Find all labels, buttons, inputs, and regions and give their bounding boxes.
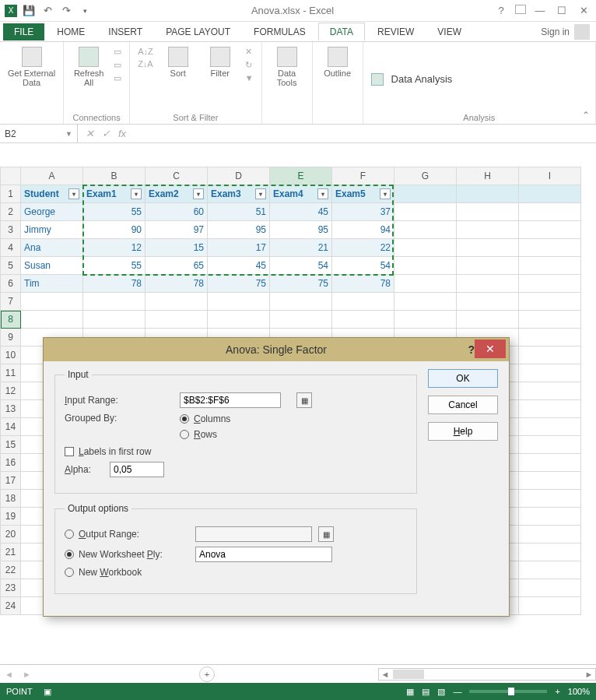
cell[interactable]: 54 — [270, 257, 332, 275]
row-header-2[interactable]: 2 — [1, 203, 21, 221]
cell[interactable] — [519, 543, 581, 561]
normal-view-icon[interactable]: ▦ — [406, 687, 414, 697]
cancel-formula-icon[interactable]: ✕ — [86, 128, 94, 139]
cell[interactable]: 94 — [332, 221, 394, 239]
cell[interactable] — [145, 293, 208, 311]
tab-file[interactable]: FILE — [3, 23, 44, 40]
cell[interactable] — [519, 293, 581, 311]
sign-in[interactable]: Sign in — [541, 24, 596, 40]
cell[interactable]: 15 — [145, 239, 208, 257]
cell[interactable] — [457, 203, 519, 221]
table-header-cell[interactable]: Exam5▾ — [332, 185, 394, 203]
row-header-5[interactable]: 5 — [1, 257, 21, 275]
cell[interactable]: 17 — [208, 239, 270, 257]
cell[interactable]: 54 — [332, 257, 394, 275]
cell[interactable]: 78 — [145, 275, 208, 293]
cell[interactable] — [519, 579, 581, 597]
ok-button[interactable]: OK — [428, 369, 498, 388]
row-header-21[interactable]: 21 — [1, 543, 21, 561]
cell[interactable]: 75 — [270, 275, 332, 293]
col-header-B[interactable]: B — [83, 167, 145, 185]
cell[interactable]: 97 — [145, 221, 208, 239]
cell[interactable] — [83, 311, 145, 329]
cell[interactable] — [519, 221, 581, 239]
cell[interactable]: 21 — [270, 239, 332, 257]
cell[interactable] — [519, 418, 581, 436]
cell[interactable] — [519, 257, 581, 275]
sort-asc-icon[interactable]: A↓Z — [138, 47, 153, 56]
cell[interactable]: Ana — [21, 239, 83, 257]
fx-icon[interactable]: fx — [118, 128, 126, 139]
row-header-7[interactable]: 7 — [1, 293, 21, 311]
cell[interactable] — [270, 293, 332, 311]
cell[interactable] — [519, 329, 581, 346]
row-header-9[interactable]: 9 — [1, 329, 21, 346]
row-header-14[interactable]: 14 — [1, 418, 21, 436]
col-header-F[interactable]: F — [332, 167, 394, 185]
input-range-field[interactable] — [180, 392, 281, 408]
redo-icon[interactable]: ↷ — [59, 4, 73, 18]
cell[interactable] — [519, 275, 581, 293]
tab-view[interactable]: VIEW — [426, 23, 472, 40]
dialog-close-button[interactable]: ✕ — [475, 339, 506, 358]
row-header-20[interactable]: 20 — [1, 526, 21, 543]
name-box-dropdown-icon[interactable]: ▼ — [65, 130, 72, 138]
undo-icon[interactable]: ↶ — [40, 4, 54, 18]
cell[interactable]: 65 — [145, 257, 208, 275]
tab-insert[interactable]: INSERT — [97, 23, 153, 40]
cell[interactable]: 55 — [83, 257, 145, 275]
cell[interactable] — [394, 257, 457, 275]
tab-home[interactable]: HOME — [46, 23, 96, 40]
properties-icon[interactable]: ▭ — [114, 60, 121, 70]
cell[interactable] — [332, 311, 394, 329]
cell[interactable] — [457, 311, 519, 329]
help-button[interactable]: Help — [428, 422, 498, 441]
filter-button[interactable]: Filter — [203, 47, 237, 78]
cell[interactable] — [208, 293, 270, 311]
tab-page-layout[interactable]: PAGE LAYOUT — [155, 23, 241, 40]
new-worksheet-field[interactable] — [195, 547, 332, 562]
cell[interactable]: Susan — [21, 257, 83, 275]
col-header-H[interactable]: H — [457, 167, 519, 185]
sheet-nav-next-icon[interactable]: ► — [18, 670, 36, 679]
cell[interactable] — [519, 364, 581, 382]
cell[interactable] — [270, 311, 332, 329]
zoom-slider[interactable] — [469, 690, 547, 693]
cell[interactable] — [519, 526, 581, 543]
sheet-nav-prev-icon[interactable]: ◄ — [0, 670, 18, 679]
cell[interactable]: 60 — [145, 203, 208, 221]
scroll-right-icon[interactable]: ► — [583, 670, 595, 679]
cell[interactable]: 12 — [83, 239, 145, 257]
cell[interactable] — [394, 293, 457, 311]
get-external-data-button[interactable]: Get External Data — [8, 47, 55, 87]
cell[interactable]: 45 — [270, 203, 332, 221]
cell[interactable] — [519, 346, 581, 364]
rows-radio[interactable]: Rows — [180, 429, 217, 440]
cell[interactable] — [457, 257, 519, 275]
row-header-18[interactable]: 18 — [1, 490, 21, 508]
row-header-24[interactable]: 24 — [1, 597, 21, 615]
cell[interactable] — [519, 436, 581, 454]
clear-filter-icon[interactable]: ✕ — [245, 47, 254, 57]
page-layout-view-icon[interactable]: ▤ — [422, 687, 429, 697]
alpha-field[interactable] — [110, 462, 164, 477]
dialog-help-icon[interactable]: ? — [468, 343, 475, 356]
filter-dropdown-icon[interactable]: ▾ — [255, 188, 266, 199]
cell[interactable] — [21, 293, 83, 311]
outline-button[interactable]: Outline — [321, 47, 355, 78]
maximize-icon[interactable]: ☐ — [554, 5, 570, 16]
table-header-cell[interactable]: Student▾ — [21, 185, 83, 203]
new-worksheet-radio[interactable]: New Worksheet Ply: — [65, 549, 189, 560]
save-icon[interactable]: 💾 — [22, 4, 36, 18]
ribbon-options-icon[interactable] — [515, 5, 526, 14]
cell[interactable] — [394, 185, 457, 203]
sort-desc-icon[interactable]: Z↓A — [138, 59, 153, 69]
input-range-picker-icon[interactable]: ▦ — [296, 392, 312, 408]
tab-formulas[interactable]: FORMULAS — [243, 23, 317, 40]
zoom-out-icon[interactable]: — — [453, 687, 461, 696]
cell[interactable] — [519, 382, 581, 400]
cell[interactable] — [145, 311, 208, 329]
col-header-E[interactable]: E — [270, 167, 332, 185]
columns-radio[interactable]: Columns — [180, 413, 230, 424]
cell[interactable] — [519, 203, 581, 221]
